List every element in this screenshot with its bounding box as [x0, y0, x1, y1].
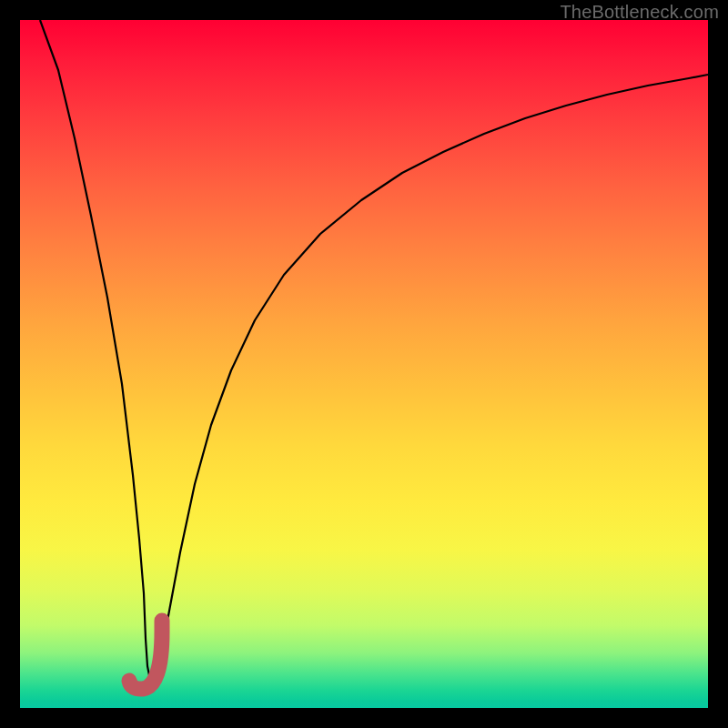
chart-frame: TheBottleneck.com — [0, 0, 728, 728]
bottleneck-curve — [40, 20, 708, 682]
plot-area — [20, 20, 708, 708]
chart-svg — [20, 20, 708, 708]
attribution-text: TheBottleneck.com — [560, 2, 719, 23]
